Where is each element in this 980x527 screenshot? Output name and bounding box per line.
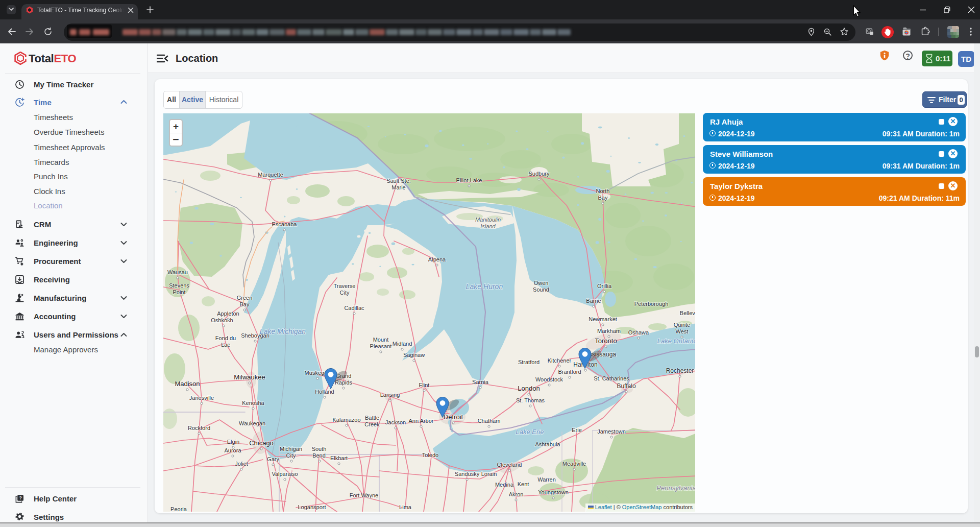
svg-text:Manitoulin: Manitoulin [475,217,501,223]
svg-text:Akron: Akron [509,491,524,497]
svg-text:Milwaukee: Milwaukee [234,373,265,381]
svg-text:Mount: Mount [373,337,389,343]
svg-text:Toledo: Toledo [422,452,438,458]
svg-text:Lake Michigan: Lake Michigan [260,327,306,336]
svg-text:Markham: Markham [597,328,621,334]
svg-text:Lake Ontario: Lake Ontario [657,337,695,345]
svg-text:Sault Ste.: Sault Ste. [386,178,411,184]
svg-text:Owen: Owen [534,280,549,286]
svg-text:Medina: Medina [495,482,514,488]
svg-text:Marquette: Marquette [258,172,283,178]
svg-text:Jackson: Jackson [385,419,406,425]
svg-text:Madison: Madison [175,380,200,388]
svg-text:Sarnia: Sarnia [472,379,489,385]
svg-text:Flint: Flint [419,382,430,388]
svg-text:Kitchener: Kitchener [548,357,572,364]
svg-text:Kalamazoo: Kalamazoo [332,417,360,423]
svg-text:Lansing: Lansing [380,392,400,398]
svg-text:Brantford: Brantford [558,369,581,375]
svg-text:Saginaw: Saginaw [403,352,425,358]
svg-text:Wausau: Wausau [167,269,188,275]
svg-text:Warren: Warren [537,476,556,483]
svg-text:Fort Wayne: Fort Wayne [350,492,378,498]
svg-text:Chicago: Chicago [249,439,274,447]
svg-text:Elgin: Elgin [227,439,239,445]
svg-text:Pennsylvania: Pennsylvania [656,484,695,492]
svg-text:Green: Green [237,295,253,301]
svg-text:Sandusky: Sandusky [455,471,480,477]
svg-text:Meadville: Meadville [562,461,586,467]
svg-text:Gary: Gary [267,456,279,462]
svg-text:Quinte: Quinte [674,322,690,328]
svg-text:St. Thomas: St. Thomas [516,397,545,403]
svg-text:Toronto: Toronto [595,337,617,345]
svg-text:Janesville: Janesville [189,395,214,401]
svg-text:Midland: Midland [393,341,412,347]
svg-text:Woodstock: Woodstock [535,376,564,382]
svg-text:West: West [676,328,689,334]
svg-text:Bay: Bay [598,195,608,201]
svg-text:Island: Island [480,223,496,229]
svg-text:Joliet: Joliet [235,461,248,467]
svg-text:Pleasant: Pleasant [370,343,392,349]
svg-text:Alpena: Alpena [428,256,446,262]
svg-text:Valparaiso: Valparaiso [272,471,298,477]
svg-text:Ashtabula: Ashtabula [535,441,561,447]
svg-text:Elkhart: Elkhart [330,455,348,461]
svg-text:Peterborough: Peterborough [634,301,669,307]
svg-text:Stevens: Stevens [169,282,189,289]
svg-text:Detroit: Detroit [444,413,463,421]
svg-text:Oshawa: Oshawa [628,329,649,336]
svg-text:Bellevi: Bellevi [680,310,695,316]
svg-text:Erie: Erie [572,427,582,433]
svg-text:South: South [312,446,327,452]
svg-text:Kent: Kent [518,481,529,487]
svg-text:Escanaba: Escanaba [272,221,298,227]
svg-text:City: City [286,452,296,459]
svg-text:Sudbury: Sudbury [529,171,550,177]
svg-text:Chatham: Chatham [478,418,501,424]
svg-text:Point: Point [173,289,185,295]
svg-text:Lac: Lac [221,342,230,348]
svg-text:Lorain: Lorain [481,471,497,477]
svg-text:Battle: Battle [365,415,379,421]
svg-text:Buffalo: Buffalo [617,382,635,390]
svg-text:Bay: Bay [240,301,250,307]
svg-text:Lake Huron: Lake Huron [466,282,503,291]
svg-text:Youngstown: Youngstown [538,489,569,495]
svg-text:Ann Arbor: Ann Arbor [409,418,434,424]
svg-text:City: City [340,290,350,296]
svg-text:Michigan: Michigan [280,446,302,452]
svg-text:Oshkosh: Oshkosh [211,317,233,323]
svg-text:Cleveland: Cleveland [497,462,522,468]
svg-text:Orillia: Orillia [597,283,612,289]
svg-text:St. Catharines: St. Catharines [594,375,629,381]
svg-text:Kenosha: Kenosha [242,400,264,406]
svg-text:Lima: Lima [399,504,412,510]
svg-text:London: London [518,385,540,392]
svg-text:Barrie: Barrie [586,298,601,304]
svg-text:Fond du: Fond du [215,335,236,341]
svg-text:Newmarket: Newmarket [589,316,617,322]
svg-text:Creek: Creek [364,421,380,427]
svg-text:Stratford: Stratford [518,359,540,365]
svg-text:Elliot Lake: Elliot Lake [456,177,482,183]
svg-text:Marie: Marie [391,184,406,190]
svg-text:Jamestown: Jamestown [597,428,626,435]
svg-text:Traverse: Traverse [334,283,356,289]
svg-text:Lake Erie: Lake Erie [516,428,544,436]
svg-text:Rochester: Rochester [666,367,694,374]
svg-text:Bend: Bend [312,452,326,459]
svg-text:Sound: Sound [533,286,549,293]
svg-text:Holland: Holland [315,389,334,395]
svg-text:Rockford: Rockford [188,425,210,431]
svg-text:?: ? [19,495,21,500]
svg-text:North: North [596,188,610,194]
svg-text:Cadillac: Cadillac [344,305,364,311]
svg-text:Appleton: Appleton [217,310,239,317]
svg-text:Waukegan: Waukegan [239,420,265,426]
svg-text:Peoria: Peoria [170,506,187,512]
svg-text:Logansport: Logansport [298,504,326,510]
